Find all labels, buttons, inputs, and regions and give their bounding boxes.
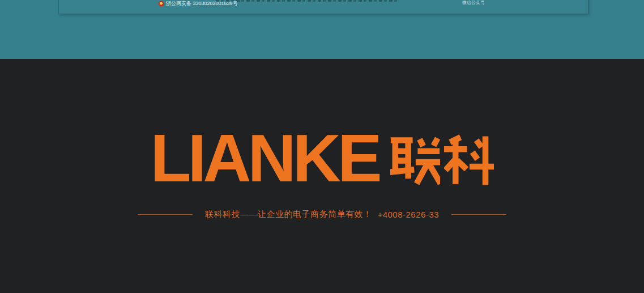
footer-top-strip: 浙公网安备 33030202001639号 微信公众号 [0, 0, 644, 59]
brand-logo: LIANKE [0, 128, 644, 188]
divider-line-left [138, 214, 193, 215]
police-record-link[interactable]: 浙公网安备 33030202001639号 [159, 1, 238, 6]
divider-line-right [451, 214, 506, 215]
logo-cjk-lian-icon [390, 133, 440, 188]
clipped-text-remnant [216, 0, 398, 2]
logo-latin-text: LIANKE [150, 128, 378, 188]
psb-badge-icon [159, 1, 164, 6]
tagline-group: 联科科技——让企业的电子商务简单有效！ +4008-2626-33 [205, 209, 439, 220]
brand-phone: +4008-2626-33 [377, 210, 439, 219]
brand-section: LIANKE [0, 59, 644, 293]
footer-panel: 浙公网安备 33030202001639号 微信公众号 [58, 0, 588, 14]
logo-cjk-ke-icon [444, 133, 494, 188]
police-record-text: 浙公网安备 33030202001639号 [166, 1, 238, 6]
wechat-account-caption: 微信公众号 [462, 0, 485, 5]
brand-tagline-row: 联科科技——让企业的电子商务简单有效！ +4008-2626-33 [0, 209, 644, 220]
logo-cjk: 联科 [390, 133, 494, 188]
brand-tagline: 联科科技——让企业的电子商务简单有效！ [205, 209, 372, 220]
